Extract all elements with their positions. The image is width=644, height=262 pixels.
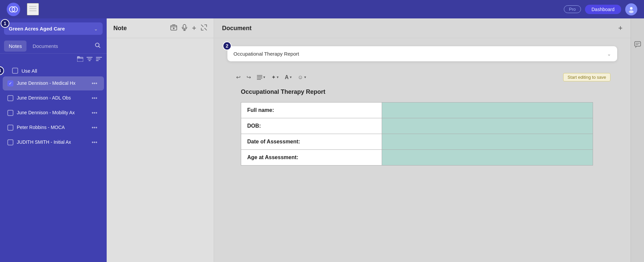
step1-badge: 1	[1, 19, 9, 28]
top-bar-left	[7, 3, 39, 16]
note-item-june-adl[interactable]: June Dennison - ADL Obs •••	[3, 91, 104, 105]
svg-point-6	[629, 10, 634, 13]
workspace-chevron-icon: ⌄	[94, 26, 98, 31]
editor-toolbar: ↩ ↪ ▾ ✦ ▾ A	[227, 69, 617, 85]
document-add-button[interactable]: +	[618, 24, 623, 32]
table-value-dob[interactable]	[382, 118, 593, 134]
magic-chevron-icon: ▾	[277, 75, 279, 79]
note-item-june-medical[interactable]: June Dennison - Medical Hx •••	[3, 76, 104, 90]
doc-heading: Occupational Therapy Report	[241, 88, 604, 95]
emoji-chevron-icon: ▾	[304, 75, 306, 79]
sort-button[interactable]	[96, 56, 102, 63]
expand-button[interactable]	[201, 24, 207, 32]
template-selector-wrapper: 2 Occupational Therapy Report ⌄	[227, 46, 617, 61]
align-button[interactable]: ▾	[255, 74, 267, 81]
svg-rect-9	[77, 57, 83, 62]
step3-badge: 3	[0, 66, 4, 75]
note-menu-button[interactable]: •••	[90, 109, 99, 117]
filter-button[interactable]	[87, 56, 93, 63]
note-panel: Note	[107, 18, 214, 262]
microphone-button[interactable]	[182, 24, 187, 32]
document-content: 2 Occupational Therapy Report ⌄ ↩ ↪	[214, 38, 631, 262]
note-title: June Dennison - Medical Hx	[17, 80, 86, 87]
tab-notes[interactable]: Notes	[4, 41, 26, 52]
sidebar-tabs: Notes Documents	[0, 39, 107, 54]
sidebar: 1 Green Acres Aged Care ⌄ Notes Document…	[0, 18, 107, 262]
add-note-button[interactable]: +	[192, 24, 196, 32]
table-label-date-assessment: Date of Assessment:	[241, 134, 382, 150]
undo-button[interactable]: ↩	[234, 73, 243, 82]
template-selector[interactable]: Occupational Therapy Report ⌄	[227, 46, 617, 61]
format-button[interactable]: A ▾	[283, 73, 294, 82]
comment-panel	[631, 18, 644, 262]
top-bar: Pro Dashboard	[0, 0, 644, 18]
comment-button[interactable]	[632, 39, 644, 52]
use-all-label: Use All	[21, 68, 37, 74]
start-editing-hint: Start editing to save	[563, 73, 610, 81]
notes-list: June Dennison - Medical Hx ••• June Denn…	[0, 76, 107, 150]
magic-button[interactable]: ✦ ▾	[269, 73, 281, 82]
table-value-date-assessment[interactable]	[382, 134, 593, 150]
svg-rect-2	[29, 6, 37, 7]
table-value-fullname[interactable]	[382, 103, 593, 118]
note-checkbox-empty	[7, 110, 13, 116]
workspace-name: Green Acres Aged Care	[9, 26, 65, 31]
app-logo	[7, 3, 20, 16]
search-button[interactable]	[93, 40, 103, 52]
main-layout: 1 Green Acres Aged Care ⌄ Notes Document…	[0, 18, 644, 262]
top-bar-right: Pro Dashboard	[564, 3, 637, 15]
filter-row	[0, 54, 107, 66]
note-checkbox-empty	[7, 139, 13, 145]
note-menu-button[interactable]: •••	[90, 124, 99, 131]
svg-rect-4	[29, 10, 37, 11]
table-label-dob: DOB:	[241, 118, 382, 134]
format-chevron-icon: ▾	[290, 75, 292, 79]
use-all-checkbox[interactable]	[12, 68, 18, 74]
editor-area: Occupational Therapy Report Full name: D…	[227, 85, 617, 172]
pro-badge: Pro	[564, 5, 581, 13]
note-title: June Dennison - ADL Obs	[17, 95, 86, 102]
note-item-judith-initial[interactable]: JUDITH SMITH - Initial Ax •••	[3, 135, 104, 149]
note-title: Peter Robbins - MOCA	[17, 124, 86, 131]
template-name: Occupational Therapy Report	[233, 51, 299, 57]
note-panel-title: Note	[113, 25, 127, 32]
svg-rect-17	[183, 24, 186, 28]
note-title: JUDITH SMITH - Initial Ax	[17, 139, 86, 146]
svg-rect-24	[635, 42, 641, 46]
emoji-button[interactable]: ☺ ▾	[296, 73, 308, 82]
table-label-fullname: Full name:	[241, 103, 382, 118]
align-chevron-icon: ▾	[263, 75, 265, 79]
note-menu-button[interactable]: •••	[90, 94, 99, 102]
note-panel-header: Note	[107, 18, 214, 38]
step2-badge: 2	[223, 42, 231, 50]
svg-line-8	[99, 47, 100, 48]
upload-button[interactable]	[170, 24, 177, 32]
note-checkbox-empty	[7, 95, 13, 101]
document-header: Document +	[214, 18, 631, 38]
sidebar-toggle-button[interactable]	[27, 3, 39, 15]
use-all-row[interactable]: 3 Use All	[0, 66, 107, 76]
document-panel: Document + 2 Occupational Therapy Report…	[214, 18, 631, 262]
workspace-selector[interactable]: 1 Green Acres Aged Care ⌄	[4, 22, 103, 35]
note-menu-button[interactable]: •••	[90, 80, 99, 87]
dashboard-button[interactable]: Dashboard	[585, 5, 622, 14]
doc-table: Full name: DOB: Date of Assessment:	[241, 102, 593, 166]
document-title: Document	[222, 25, 252, 32]
note-menu-button[interactable]: •••	[90, 139, 99, 146]
table-row: Date of Assessment:	[241, 134, 593, 150]
table-row: Full name:	[241, 103, 593, 118]
tab-documents[interactable]: Documents	[28, 41, 63, 52]
new-folder-button[interactable]	[77, 56, 83, 63]
right-side: Note	[107, 18, 644, 262]
svg-rect-3	[29, 8, 37, 9]
note-panel-actions: +	[170, 24, 207, 32]
note-checkbox-checked	[7, 80, 13, 86]
user-avatar[interactable]	[625, 3, 637, 15]
note-item-peter-moca[interactable]: Peter Robbins - MOCA •••	[3, 121, 104, 135]
table-value-age-assessment[interactable]	[382, 150, 593, 166]
svg-point-5	[630, 7, 633, 10]
table-label-age-assessment: Age at Assessment:	[241, 150, 382, 166]
note-item-june-mobility[interactable]: June Dennison - Mobility Ax •••	[3, 106, 104, 120]
note-checkbox-empty	[7, 125, 13, 131]
redo-button[interactable]: ↪	[245, 73, 253, 82]
